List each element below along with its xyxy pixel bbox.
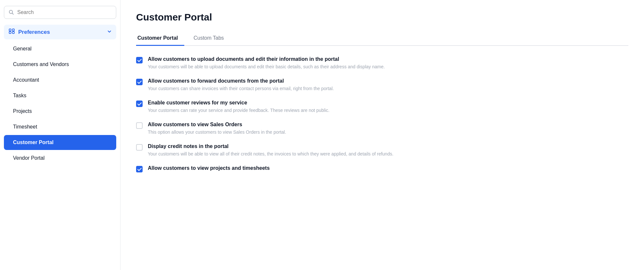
option-item-customer-reviews: Enable customer reviews for my serviceYo… <box>136 100 628 114</box>
sidebar-item-vendor-portal[interactable]: Vendor Portal <box>4 151 116 166</box>
svg-rect-2 <box>9 29 11 31</box>
sidebar-item-projects[interactable]: Projects <box>4 104 116 119</box>
option-label-forward-docs: Allow customers to forward documents fro… <box>148 78 334 84</box>
option-desc-view-sales-orders: This option allows your customers to vie… <box>148 129 286 136</box>
checkbox-forward-docs[interactable] <box>136 79 143 85</box>
option-item-credit-notes: Display credit notes in the portalYour c… <box>136 143 628 157</box>
main-content: Customer Portal Customer PortalCustom Ta… <box>120 0 644 270</box>
sidebar: Preferences GeneralCustomers and Vendors… <box>0 0 120 270</box>
sidebar-item-customers-vendors[interactable]: Customers and Vendors <box>4 57 116 72</box>
nav-items: GeneralCustomers and VendorsAccountantTa… <box>4 41 116 166</box>
chevron-down-icon <box>107 29 112 35</box>
sidebar-item-customer-portal[interactable]: Customer Portal <box>4 135 116 150</box>
options-list: Allow customers to upload documents and … <box>136 56 628 172</box>
option-desc-customer-reviews: Your customers can rate your service and… <box>148 107 329 114</box>
preferences-header[interactable]: Preferences <box>4 25 116 39</box>
tabs-bar: Customer PortalCustom Tabs <box>136 32 628 46</box>
search-input[interactable] <box>17 9 111 15</box>
checkbox-credit-notes[interactable] <box>136 144 143 151</box>
search-box[interactable] <box>4 6 116 19</box>
svg-line-1 <box>12 13 14 15</box>
checkbox-upload-docs[interactable] <box>136 57 143 63</box>
sidebar-item-general[interactable]: General <box>4 41 116 56</box>
svg-rect-3 <box>12 29 14 31</box>
option-item-forward-docs: Allow customers to forward documents fro… <box>136 78 628 92</box>
tab-customer-portal-tab[interactable]: Customer Portal <box>136 32 184 46</box>
option-label-view-sales-orders: Allow customers to view Sales Orders <box>148 122 286 128</box>
sidebar-item-accountant[interactable]: Accountant <box>4 73 116 88</box>
option-item-view-sales-orders: Allow customers to view Sales OrdersThis… <box>136 122 628 136</box>
option-label-customer-reviews: Enable customer reviews for my service <box>148 100 329 106</box>
search-icon <box>9 10 14 15</box>
option-desc-forward-docs: Your customers can share invoices with t… <box>148 85 334 92</box>
checkbox-projects-timesheets[interactable] <box>136 166 143 172</box>
svg-rect-5 <box>12 32 14 34</box>
preferences-label: Preferences <box>18 29 50 35</box>
svg-rect-4 <box>9 32 11 34</box>
tab-custom-tabs-tab[interactable]: Custom Tabs <box>192 32 230 46</box>
sidebar-item-tasks[interactable]: Tasks <box>4 88 116 103</box>
preferences-icon <box>8 28 15 36</box>
option-label-projects-timesheets: Allow customers to view projects and tim… <box>148 165 270 171</box>
option-item-projects-timesheets: Allow customers to view projects and tim… <box>136 165 628 172</box>
page-title: Customer Portal <box>136 12 628 23</box>
sidebar-item-timesheet[interactable]: Timesheet <box>4 119 116 134</box>
option-label-credit-notes: Display credit notes in the portal <box>148 143 393 149</box>
option-label-upload-docs: Allow customers to upload documents and … <box>148 56 385 62</box>
option-desc-credit-notes: Your customers will be able to view all … <box>148 151 393 157</box>
checkbox-view-sales-orders[interactable] <box>136 122 143 129</box>
checkbox-customer-reviews[interactable] <box>136 101 143 107</box>
option-desc-upload-docs: Your customers will be able to upload do… <box>148 63 385 70</box>
option-item-upload-docs: Allow customers to upload documents and … <box>136 56 628 70</box>
